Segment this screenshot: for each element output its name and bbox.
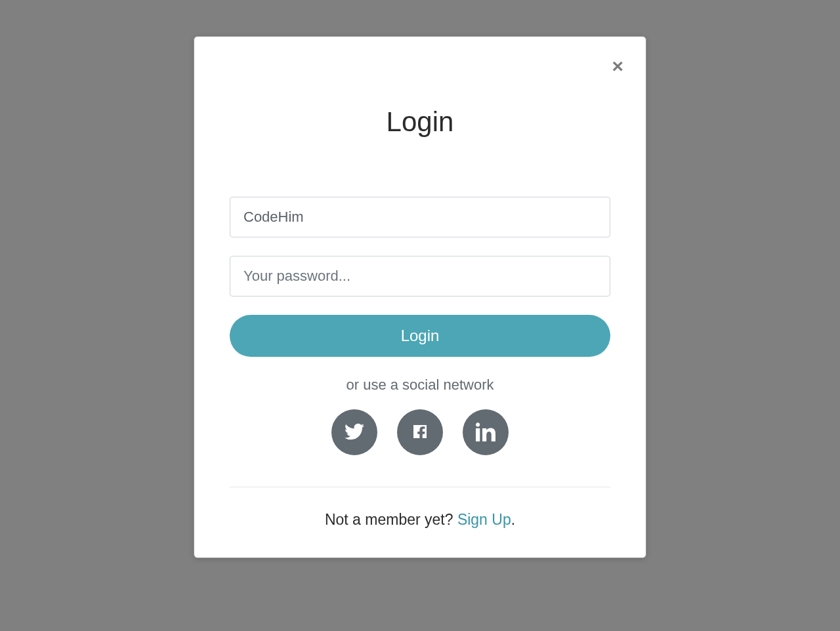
facebook-button[interactable] — [397, 409, 443, 455]
footer-text: Not a member yet? Sign Up. — [230, 511, 610, 529]
close-button[interactable]: × — [612, 56, 623, 76]
twitter-icon — [345, 422, 364, 443]
linkedin-icon — [476, 422, 495, 443]
username-input[interactable] — [230, 197, 610, 237]
social-buttons-container — [230, 409, 610, 455]
password-input[interactable] — [230, 256, 610, 296]
modal-title: Login — [230, 106, 610, 138]
linkedin-button[interactable] — [463, 409, 509, 455]
facebook-icon — [410, 422, 430, 443]
login-button[interactable]: Login — [230, 315, 610, 357]
twitter-button[interactable] — [331, 409, 377, 455]
close-icon: × — [612, 55, 623, 77]
footer-prompt: Not a member yet? — [325, 511, 457, 528]
signup-link[interactable]: Sign Up — [457, 511, 511, 528]
footer-suffix: . — [511, 511, 515, 528]
social-prompt: or use a social network — [230, 377, 610, 394]
login-modal: × Login Login or use a social network No… — [194, 36, 646, 558]
divider — [230, 487, 610, 487]
